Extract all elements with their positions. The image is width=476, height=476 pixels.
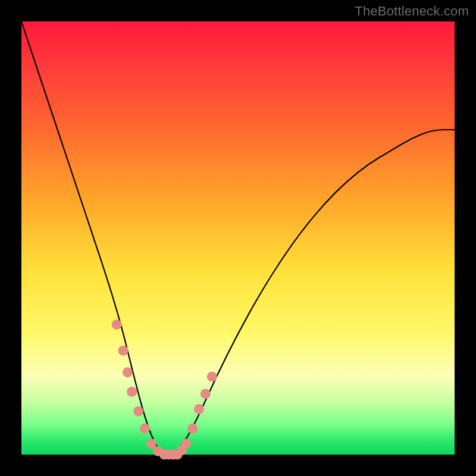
marker-dot — [187, 424, 198, 434]
marker-dot — [140, 424, 150, 434]
highlight-markers — [112, 320, 217, 459]
marker-dot — [127, 387, 137, 397]
marker-dot — [194, 404, 204, 414]
bottleneck-curve — [21, 21, 455, 455]
marker-dot — [207, 372, 217, 382]
chart-frame: TheBottleneck.com — [0, 0, 476, 476]
curve-path-group — [21, 21, 455, 455]
marker-dot — [133, 406, 143, 416]
marker-dot — [123, 367, 133, 377]
marker-dot — [181, 439, 191, 449]
marker-dot — [112, 320, 122, 330]
marker-dot — [201, 389, 211, 399]
watermark-label: TheBottleneck.com — [355, 4, 469, 19]
curve-layer — [21, 21, 455, 455]
gradient-plot-area — [21, 21, 455, 455]
marker-dot — [118, 346, 129, 356]
